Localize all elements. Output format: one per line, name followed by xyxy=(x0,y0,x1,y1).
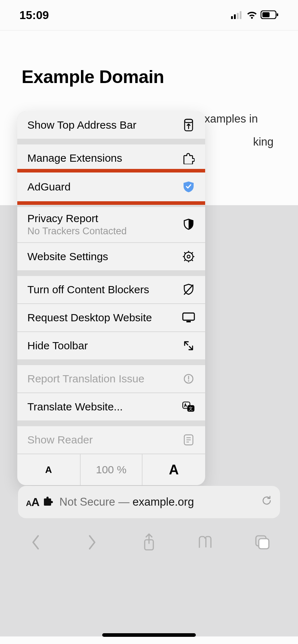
url-text: Not Secure — example.org xyxy=(59,496,261,509)
svg-rect-20 xyxy=(183,313,194,320)
menu-label: Manage Extensions xyxy=(27,152,182,164)
shield-slash-icon xyxy=(182,284,195,296)
menu-label: Turn off Content Blockers xyxy=(27,284,182,296)
menu-label: Show Reader xyxy=(27,434,182,446)
forward-button[interactable] xyxy=(81,532,103,553)
svg-rect-21 xyxy=(186,321,191,322)
svg-point-9 xyxy=(184,252,193,261)
aa-menu: Show Top Address Bar Manage Extensions A… xyxy=(17,111,205,485)
menu-label: Website Settings xyxy=(27,250,182,263)
share-button[interactable] xyxy=(138,532,160,553)
home-indicator xyxy=(102,633,196,637)
svg-rect-2 xyxy=(237,13,239,19)
reader-icon xyxy=(182,434,195,446)
svg-rect-8 xyxy=(185,119,193,123)
aa-button[interactable]: AA xyxy=(26,496,39,509)
translate-icon: 文 xyxy=(182,401,195,413)
zoom-small-label: A xyxy=(45,464,52,475)
menu-website-settings[interactable]: Website Settings xyxy=(17,243,205,270)
svg-rect-35 xyxy=(259,539,269,549)
privacy-report-label: Privacy Report xyxy=(27,212,98,224)
shield-check-icon xyxy=(182,181,195,193)
privacy-report-subtitle: No Trackers Contacted xyxy=(27,226,127,236)
tabs-button[interactable] xyxy=(252,532,273,553)
zoom-row: A 100 % A xyxy=(17,454,205,485)
page-title: Example Domain xyxy=(22,66,276,87)
desktop-icon xyxy=(182,312,195,323)
arrows-diagonal-icon xyxy=(182,340,195,351)
svg-rect-0 xyxy=(231,16,233,19)
zoom-increase[interactable]: A xyxy=(143,454,205,485)
puzzle-icon xyxy=(182,152,195,164)
bottom-toolbar xyxy=(0,523,298,562)
highlight-box: AdGuard xyxy=(17,169,205,205)
menu-label: Report Translation Issue xyxy=(27,373,182,385)
exclamation-circle-icon xyxy=(182,373,195,384)
extensions-button[interactable] xyxy=(43,496,53,509)
menu-show-reader: Show Reader xyxy=(17,426,205,454)
status-icons xyxy=(231,9,279,22)
status-time: 15:09 xyxy=(19,9,49,22)
cellular-icon xyxy=(231,9,243,22)
url-bar[interactable]: AA Not Secure — example.org xyxy=(18,486,280,518)
shield-half-icon xyxy=(182,218,195,231)
svg-line-18 xyxy=(192,252,193,253)
menu-label: Show Top Address Bar xyxy=(27,119,182,131)
menu-label: AdGuard xyxy=(27,181,182,193)
page-body-tail: king xyxy=(253,133,274,151)
zoom-reset[interactable]: 100 % xyxy=(80,454,143,485)
svg-rect-1 xyxy=(234,14,236,19)
menu-manage-extensions[interactable]: Manage Extensions xyxy=(17,144,205,172)
menu-label: Request Desktop Website xyxy=(27,312,182,324)
svg-point-24 xyxy=(188,380,189,382)
reload-button[interactable] xyxy=(261,495,272,509)
menu-turn-off-content-blockers[interactable]: Turn off Content Blockers xyxy=(17,276,205,303)
wifi-icon xyxy=(246,9,258,22)
zoom-decrease[interactable]: A xyxy=(17,454,80,485)
menu-request-desktop[interactable]: Request Desktop Website xyxy=(17,304,205,331)
menu-label: Hide Toolbar xyxy=(27,340,182,352)
menu-privacy-report[interactable]: Privacy Report No Trackers Contacted xyxy=(17,207,205,242)
svg-rect-3 xyxy=(240,11,241,19)
menu-report-translation: Report Translation Issue xyxy=(17,365,205,392)
gear-icon xyxy=(182,250,195,263)
svg-text:文: 文 xyxy=(189,406,193,411)
menu-adguard[interactable]: AdGuard xyxy=(17,172,205,201)
zoom-pct-label: 100 % xyxy=(96,464,126,476)
svg-line-16 xyxy=(192,260,193,261)
menu-hide-toolbar[interactable]: Hide Toolbar xyxy=(17,332,205,359)
menu-show-top-address-bar[interactable]: Show Top Address Bar xyxy=(17,111,205,139)
svg-line-17 xyxy=(184,260,185,261)
status-bar: 15:09 xyxy=(0,0,298,30)
svg-rect-5 xyxy=(262,12,270,17)
back-button[interactable] xyxy=(25,532,46,553)
address-bar-top-icon xyxy=(182,119,195,132)
menu-label: Translate Website... xyxy=(27,401,182,413)
battery-icon xyxy=(261,9,279,22)
svg-line-15 xyxy=(184,252,185,253)
svg-rect-6 xyxy=(277,13,278,16)
zoom-big-label: A xyxy=(169,462,179,478)
bookmarks-button[interactable] xyxy=(195,532,217,553)
menu-translate-website[interactable]: Translate Website... 文 xyxy=(17,393,205,420)
svg-point-10 xyxy=(187,255,190,258)
menu-label: Privacy Report No Trackers Contacted xyxy=(27,212,182,237)
